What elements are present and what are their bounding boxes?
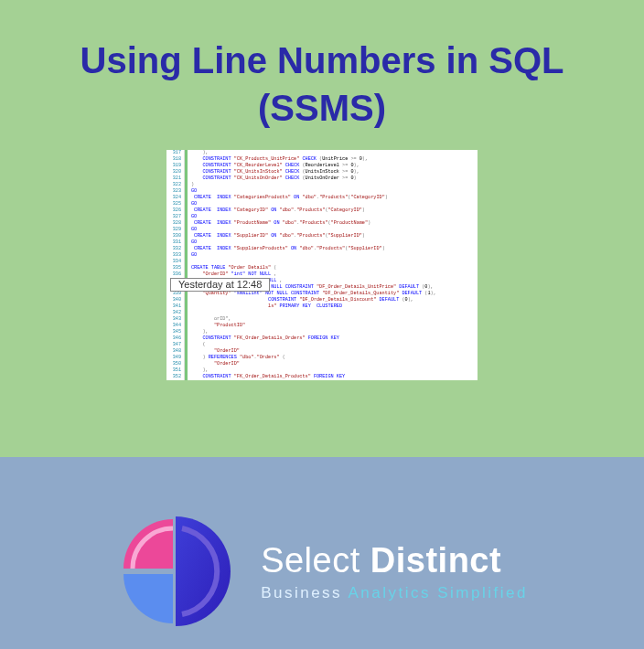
line-number: 344 xyxy=(166,323,181,329)
line-number: 328 xyxy=(166,220,181,227)
code-line: ), xyxy=(191,150,478,156)
promo-card: Using Line Numbers in SQL (SSMS) 3173183… xyxy=(0,0,644,649)
code-line: "Quantity" "smallint" NOT NULL CONSTRAIN… xyxy=(191,291,478,297)
ssms-editor: 3173183193203213223233243253263273283293… xyxy=(166,150,478,380)
line-number: 346 xyxy=(166,335,181,342)
code-line: CONSTRAINT "CK_UnitsInStock" CHECK (Unit… xyxy=(191,169,478,176)
line-number: 322 xyxy=(166,182,181,188)
code-line: "OrderID" xyxy=(191,361,478,367)
code-line: CREATE TABLE "Order Details" ( xyxy=(191,265,478,271)
code-line: CREATE INDEX "SupplierID" ON "dbo"."Prod… xyxy=(191,233,478,239)
line-number: 350 xyxy=(166,361,181,367)
line-number: 334 xyxy=(166,259,181,265)
code-line: GO xyxy=(191,252,478,259)
line-number: 348 xyxy=(166,348,181,355)
line-number: 326 xyxy=(166,207,181,214)
line-number: 336 xyxy=(166,271,181,278)
brand-footer: Select Distinct Business Analytics Simpl… xyxy=(0,457,644,649)
code-body: 3173183193203213223233243253263273283293… xyxy=(166,150,478,380)
timestamp-tooltip: Yesterday at 12:48 xyxy=(170,278,270,292)
line-number: 318 xyxy=(166,156,181,163)
code-line: CONSTRAINT "DF_Order_Details_Discount" D… xyxy=(191,297,478,303)
line-number: 329 xyxy=(166,227,181,233)
code-line: CONSTRAINT "CK_UnitsOnOrder" CHECK (Unit… xyxy=(191,176,478,182)
line-number: 331 xyxy=(166,239,181,246)
code-line: CREATE INDEX "ProductName" ON "dbo"."Pro… xyxy=(191,220,478,227)
line-number: 343 xyxy=(166,316,181,323)
line-number: 335 xyxy=(166,265,181,271)
line-number: 352 xyxy=(166,374,181,380)
line-number: 349 xyxy=(166,355,181,361)
line-number: 339 xyxy=(166,291,181,297)
code-line: CONSTRAINT "FK_Order_Details_Products" F… xyxy=(191,374,478,380)
title-line-1: Using Line Numbers in SQL xyxy=(80,40,564,80)
code-line: ), xyxy=(191,329,478,335)
code-line: CREATE INDEX "CategoryID" ON "dbo"."Prod… xyxy=(191,207,478,214)
title-line-2: (SSMS) xyxy=(258,88,386,128)
line-number: 340 xyxy=(166,297,181,303)
line-number: 351 xyxy=(166,367,181,374)
line-number: 319 xyxy=(166,163,181,169)
code-line: GO xyxy=(191,188,478,195)
code-line xyxy=(191,310,478,316)
code-line: "OrderID" "int" NOT NULL , xyxy=(191,271,478,278)
brand-logo-icon xyxy=(116,512,235,631)
code-content: ), CONSTRAINT "CK_Products_UnitPrice" CH… xyxy=(188,150,478,380)
code-line: "ProductID" xyxy=(191,323,478,329)
line-number: 347 xyxy=(166,342,181,348)
page-title: Using Line Numbers in SQL (SSMS) xyxy=(0,37,644,132)
line-number-gutter: 3173183193203213223233243253263273283293… xyxy=(166,150,185,380)
code-line: orID", xyxy=(191,316,478,323)
code-line: ) xyxy=(191,182,478,188)
line-number: 330 xyxy=(166,233,181,239)
code-line: ( xyxy=(191,342,478,348)
code-line: CONSTRAINT "CK_Products_UnitPrice" CHECK… xyxy=(191,156,478,163)
line-number: 327 xyxy=(166,214,181,220)
brand-tagline: Business Analytics Simplified xyxy=(261,584,528,602)
code-line: GO xyxy=(191,201,478,207)
line-number: 325 xyxy=(166,201,181,207)
code-line: "OrderID" xyxy=(191,348,478,355)
line-number: 342 xyxy=(166,310,181,316)
code-line xyxy=(191,259,478,265)
code-line: CREATE INDEX "CategoriesProducts" ON "db… xyxy=(191,195,478,201)
tagline-part1: Business xyxy=(261,584,348,601)
code-line: ), xyxy=(191,367,478,374)
line-number: 317 xyxy=(166,150,181,156)
line-number: 333 xyxy=(166,252,181,259)
line-number: 320 xyxy=(166,169,181,176)
code-line: ) REFERENCES "dbo"."Orders" ( xyxy=(191,355,478,361)
code-line: GO xyxy=(191,227,478,233)
line-number: 323 xyxy=(166,188,181,195)
line-number: 332 xyxy=(166,246,181,252)
brand-name-light: Select xyxy=(261,541,370,580)
brand-name-bold: Distinct xyxy=(370,541,501,580)
line-number: 324 xyxy=(166,195,181,201)
top-panel: Using Line Numbers in SQL (SSMS) 3173183… xyxy=(0,0,644,457)
code-line: CONSTRAINT "FK_Order_Details_Orders" FOR… xyxy=(191,335,478,342)
brand-name: Select Distinct xyxy=(261,541,528,580)
line-number: 345 xyxy=(166,329,181,335)
line-number: 321 xyxy=(166,176,181,182)
code-line: GO xyxy=(191,214,478,220)
code-line: ls" PRIMARY KEY CLUSTERED xyxy=(191,303,478,310)
code-line: CONSTRAINT "CK_ReorderLevel" CHECK (Reor… xyxy=(191,163,478,169)
code-line: GO xyxy=(191,239,478,246)
brand-text: Select Distinct Business Analytics Simpl… xyxy=(261,541,528,602)
code-line: CREATE INDEX "SuppliersProducts" ON "dbo… xyxy=(191,246,478,252)
line-number: 341 xyxy=(166,303,181,310)
tagline-part2: Analytics Simplified xyxy=(348,584,527,601)
